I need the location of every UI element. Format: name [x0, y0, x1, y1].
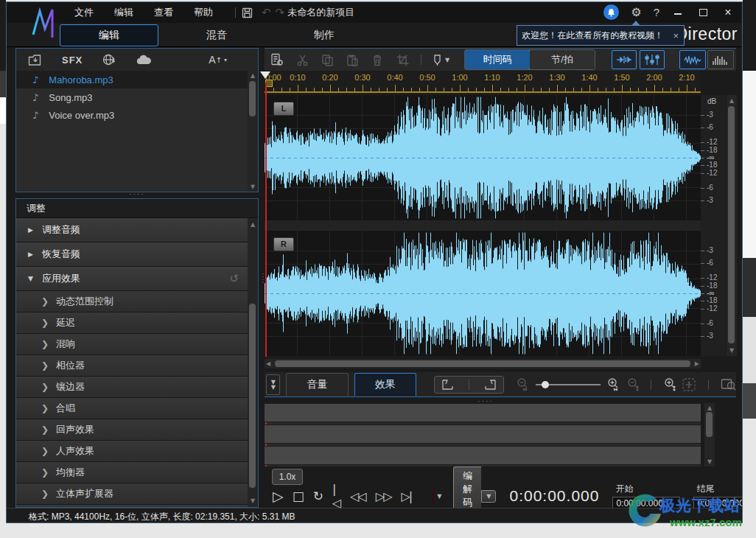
effect-item[interactable]: ❯均衡器	[16, 462, 258, 483]
converge-arrows-icon[interactable]	[612, 50, 637, 69]
scrollbar-thumb[interactable]	[249, 304, 256, 488]
redo-icon[interactable]: ↷	[276, 6, 285, 19]
effect-item[interactable]: ❯人声效果	[16, 441, 258, 462]
stop-button[interactable]: □	[293, 489, 303, 503]
effect-lane[interactable]	[265, 446, 701, 465]
marker-dropdown[interactable]: ▼	[432, 54, 449, 66]
notification-bell-icon[interactable]	[603, 4, 619, 20]
tab-effects[interactable]: 效果	[354, 373, 416, 396]
file-item[interactable]: Song.mp3	[16, 88, 248, 106]
go-to-end-button[interactable]: ▷|	[401, 489, 411, 503]
scrollbar-thumb[interactable]	[706, 412, 713, 437]
minimize-button[interactable]	[671, 7, 685, 18]
adjust-section-1[interactable]: ▶恢复音频	[16, 242, 258, 267]
beats-button[interactable]: 节/拍	[530, 50, 595, 69]
fit-view-icon[interactable]	[682, 377, 696, 392]
tab-volume[interactable]: 音量	[286, 373, 348, 396]
menu-item-edit[interactable]: 编辑	[104, 3, 144, 22]
codec-dropdown-icon[interactable]: ▼	[481, 490, 496, 503]
lanes-scrollbar[interactable]: ▲ ▼	[704, 403, 715, 467]
playback-speed-button[interactable]: 1.0x	[272, 469, 303, 485]
effect-item[interactable]: ❯回声效果	[16, 419, 258, 441]
maximize-button[interactable]	[696, 7, 710, 18]
sort-button[interactable]: A ↑ ▾	[209, 54, 227, 66]
scroll-up-icon[interactable]: ▲	[704, 405, 715, 411]
download-globe-icon[interactable]	[102, 53, 116, 66]
tab-edit[interactable]: 编辑	[60, 24, 158, 46]
effect-item[interactable]: ❯合唱	[16, 398, 258, 419]
close-button[interactable]: ×	[721, 6, 735, 19]
waveform-canvas-left[interactable]	[265, 95, 701, 220]
effect-item[interactable]: ❯相位器	[16, 355, 258, 377]
zoom-slider[interactable]	[536, 384, 601, 385]
adjust-scrollbar[interactable]: ▲ ▼	[248, 218, 258, 507]
help-icon[interactable]: ?	[654, 6, 659, 18]
scrollbar-thumb[interactable]	[728, 106, 735, 343]
effect-item[interactable]: ❯镶边器	[16, 377, 258, 398]
adjust-section-2[interactable]: ▼应用效果↺	[16, 267, 258, 291]
notification-close-icon[interactable]: ×	[668, 30, 684, 41]
effect-lane[interactable]	[265, 403, 701, 422]
file-item[interactable]: Mahoroba.mp3	[16, 71, 248, 88]
scroll-up-icon[interactable]: ▲	[248, 221, 258, 228]
watermark-url[interactable]: www.xz7.com	[670, 516, 742, 528]
zoom-in-horizontal-icon[interactable]	[606, 377, 620, 391]
settings-gear-icon[interactable]: ⚙	[631, 5, 641, 19]
timecode-button[interactable]: 时间码	[464, 49, 531, 70]
expand-panel-button[interactable]: ▼▼	[266, 374, 280, 395]
scroll-up-icon[interactable]: ▲	[248, 72, 258, 79]
tab-mix[interactable]: 混音	[167, 24, 266, 46]
menu-item-help[interactable]: 帮助	[183, 3, 223, 22]
copy-icon[interactable]	[315, 51, 340, 69]
import-media-icon[interactable]	[28, 54, 43, 66]
cloud-icon[interactable]	[136, 55, 152, 66]
fast-forward-button[interactable]: ▷▷	[376, 489, 391, 503]
document-settings-icon[interactable]	[265, 51, 290, 69]
waveform-view-icon[interactable]	[679, 50, 706, 69]
sliders-icon[interactable]	[640, 50, 665, 69]
save-icon[interactable]	[242, 7, 253, 18]
scroll-left-icon[interactable]: ◀	[266, 360, 270, 367]
menu-item-file[interactable]: 文件	[64, 3, 104, 22]
waveform-vertical-scrollbar[interactable]: ▲ ▼	[727, 95, 737, 356]
playhead-marker[interactable]	[260, 71, 270, 79]
scrollbar-thumb[interactable]	[275, 360, 690, 367]
scroll-down-icon[interactable]: ▼	[248, 497, 258, 504]
zoom-in-vertical-icon[interactable]	[663, 377, 676, 391]
scroll-down-icon[interactable]: ▼	[727, 347, 737, 354]
effect-lane[interactable]	[265, 425, 701, 444]
playhead-line[interactable]	[265, 83, 267, 357]
library-scrollbar[interactable]: ▲ ▼	[248, 71, 258, 192]
waveform-canvas-right[interactable]	[265, 231, 701, 356]
rewind-button[interactable]: ◁◁	[350, 489, 365, 503]
zoom-selection-icon[interactable]	[721, 377, 736, 391]
waveform-horizontal-scrollbar[interactable]: ◀ ▶	[265, 359, 701, 368]
scroll-right-icon[interactable]: ▶	[695, 360, 699, 367]
file-item[interactable]: Voice over.mp3	[16, 106, 248, 124]
scrollbar-thumb[interactable]	[249, 81, 256, 116]
record-dropdown-icon[interactable]: ▼	[437, 493, 441, 500]
effect-item[interactable]: ❯动态范围控制	[16, 291, 258, 312]
mark-in-icon[interactable]	[441, 378, 455, 391]
mark-out-icon[interactable]	[483, 378, 497, 391]
scroll-up-icon[interactable]: ▲	[727, 97, 737, 104]
spectrum-view-icon[interactable]	[707, 50, 734, 69]
go-to-start-button[interactable]: |◁	[332, 482, 340, 510]
record-button[interactable]	[433, 488, 434, 505]
undo-icon[interactable]: ↶	[262, 6, 271, 19]
sfx-button[interactable]: SFX	[62, 55, 83, 66]
effect-item[interactable]: ❯混响	[16, 334, 258, 355]
scroll-down-icon[interactable]: ▼	[248, 184, 258, 190]
menu-item-view[interactable]: 查看	[144, 3, 183, 22]
adjust-section-0[interactable]: ▶调整音频	[16, 218, 258, 242]
effect-item[interactable]: ❯立体声扩展器	[16, 483, 258, 505]
zoom-out-horizontal-icon[interactable]	[516, 377, 530, 391]
tab-produce[interactable]: 制作	[275, 24, 374, 46]
panel-resize-handle[interactable]: ····	[15, 190, 259, 198]
effect-lanes[interactable]	[265, 403, 701, 467]
timeline-ruler[interactable]: 0:000:100:200:300:400:501:001:101:201:30…	[265, 71, 701, 95]
zoom-out-vertical-icon[interactable]	[626, 377, 639, 391]
play-button[interactable]: ▷	[273, 488, 282, 504]
reset-effects-icon[interactable]: ↺	[229, 272, 239, 285]
effect-item[interactable]: ❯延迟	[16, 312, 258, 334]
